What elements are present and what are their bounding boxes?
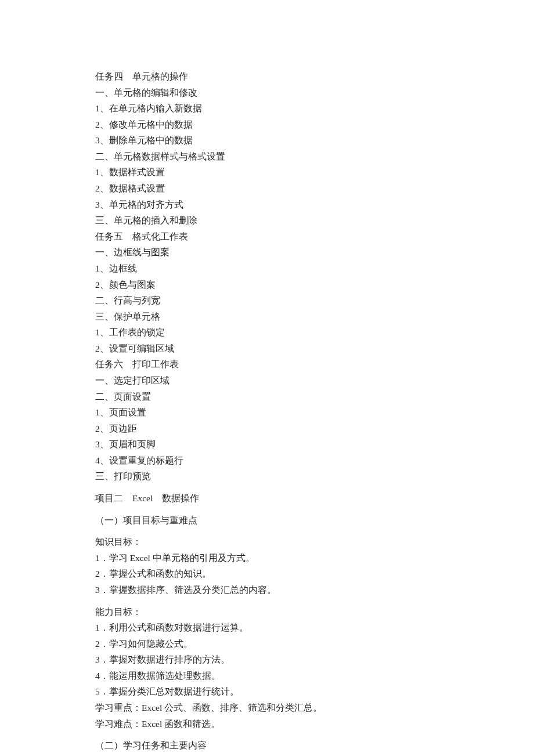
text-line: 1．学习 Excel 中单元格的引用及方式。 (95, 550, 464, 566)
text-line: 三、保护单元格 (95, 309, 464, 325)
text-line: 2、颜色与图案 (95, 277, 464, 293)
text-line: 任务六 打印工作表 (95, 356, 464, 372)
text-line: 4、设置重复的标题行 (95, 453, 464, 469)
text-line: 任务一 Excel 公式的使用 (95, 754, 464, 756)
text-line: 1、数据样式设置 (95, 164, 464, 180)
text-line: 项目二 Excel 数据操作 (95, 490, 464, 507)
text-line: 1．利用公式和函数对数据进行运算。 (95, 620, 464, 636)
text-line: 二、单元格数据样式与格式设置 (95, 149, 464, 165)
text-line: 1、工作表的锁定 (95, 324, 464, 341)
text-line: 任务四 单元格的操作 (95, 68, 464, 85)
text-line: 2、设置可编辑区域 (95, 341, 464, 357)
text-line: 1、页面设置 (95, 404, 464, 421)
text-line: 二、行高与列宽 (95, 292, 464, 309)
text-line: 一、选定打印区域 (95, 372, 464, 389)
text-line: 4．能运用数据筛选处理数据。 (95, 668, 464, 684)
text-line: 一、边框线与图案 (95, 244, 464, 261)
text-line: 3．掌握数据排序、筛选及分类汇总的内容。 (95, 582, 464, 598)
text-line: 5．掌握分类汇总对数据进行统计。 (95, 683, 464, 700)
text-line: 任务五 格式化工作表 (95, 229, 464, 245)
text-line: 3、页眉和页脚 (95, 436, 464, 453)
text-line: 三、打印预览 (95, 468, 464, 484)
text-line: 三、单元格的插入和删除 (95, 212, 464, 229)
text-line: 学习重点：Excel 公式、函数、排序、筛选和分类汇总。 (95, 700, 464, 716)
text-line: （二）学习任务和主要内容 (95, 737, 464, 754)
text-line: 知识目标： (95, 534, 464, 550)
text-line: 3．掌握对数据进行排序的方法。 (95, 652, 464, 668)
text-line: 1、在单元格内输入新数据 (95, 100, 464, 117)
text-line: 3、单元格的对齐方式 (95, 197, 464, 213)
text-line: 2、修改单元格中的数据 (95, 117, 464, 133)
text-line: 二、页面设置 (95, 389, 464, 405)
text-line: 1、边框线 (95, 261, 464, 277)
text-line: 2、数据格式设置 (95, 180, 464, 197)
text-line: （一）项目目标与重难点 (95, 512, 464, 529)
text-line: 2．掌握公式和函数的知识。 (95, 566, 464, 582)
text-line: 2．学习如何隐藏公式。 (95, 636, 464, 652)
text-line: 3、删除单元格中的数据 (95, 132, 464, 149)
text-line: 2、页边距 (95, 421, 464, 437)
document-page: 任务四 单元格的操作一、单元格的编辑和修改1、在单元格内输入新数据2、修改单元格… (0, 0, 534, 756)
text-line: 学习难点：Excel 函数和筛选。 (95, 716, 464, 732)
text-line: 能力目标： (95, 604, 464, 620)
text-line: 一、单元格的编辑和修改 (95, 85, 464, 101)
